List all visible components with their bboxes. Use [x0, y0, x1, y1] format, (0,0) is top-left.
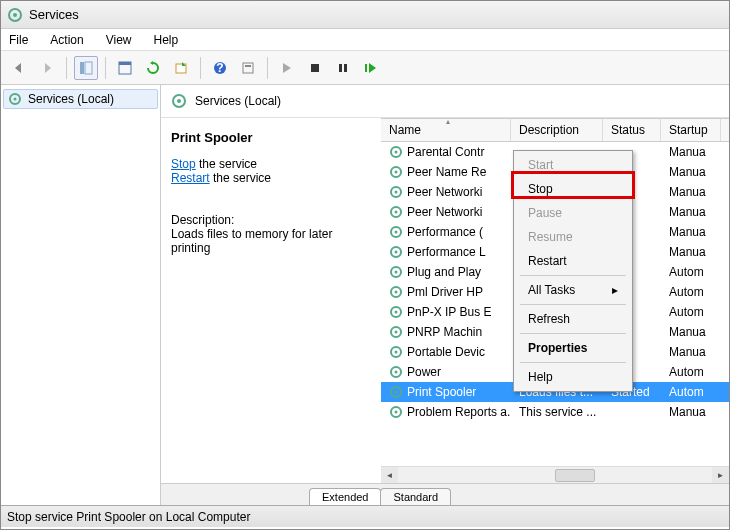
gear-icon: [389, 305, 403, 319]
stop-suffix: the service: [196, 157, 257, 171]
ctx-resume[interactable]: Resume: [516, 225, 630, 249]
svg-rect-12: [339, 64, 342, 72]
svg-rect-13: [344, 64, 347, 72]
description-label: Description:: [171, 213, 371, 227]
pause-service-button[interactable]: [331, 56, 355, 80]
svg-point-22: [395, 171, 398, 174]
cell-name: PNRP Machin: [381, 325, 511, 339]
context-menu: Start Stop Pause Resume Restart All Task…: [513, 150, 633, 392]
detail-pane: Services (Local) Print Spooler Stop the …: [161, 85, 729, 505]
gear-icon: [171, 93, 187, 109]
scroll-right-button[interactable]: ►: [712, 467, 729, 484]
cell-startup: Manua: [661, 205, 721, 219]
col-startup[interactable]: Startup: [661, 119, 721, 141]
ctx-separator: [520, 333, 626, 334]
menu-view[interactable]: View: [102, 31, 136, 49]
tab-extended[interactable]: Extended: [309, 488, 381, 505]
ctx-help[interactable]: Help: [516, 365, 630, 389]
ctx-restart[interactable]: Restart: [516, 249, 630, 273]
ctx-all-tasks[interactable]: All Tasks▸: [516, 278, 630, 302]
svg-point-16: [14, 98, 17, 101]
tree-pane: Services (Local): [1, 85, 161, 505]
scroll-left-button[interactable]: ◄: [381, 467, 398, 484]
svg-point-36: [395, 311, 398, 314]
svg-point-32: [395, 271, 398, 274]
svg-point-28: [395, 231, 398, 234]
status-text: Stop service Print Spooler on Local Comp…: [7, 510, 250, 524]
menu-file[interactable]: File: [5, 31, 32, 49]
cell-name: Peer Networki: [381, 185, 511, 199]
toolbar-separator: [267, 57, 268, 79]
cell-startup: Manua: [661, 345, 721, 359]
properties-button[interactable]: [236, 56, 260, 80]
detail-header-title: Services (Local): [195, 94, 281, 108]
view-tabs: Extended Standard: [161, 483, 729, 505]
toolbar-separator: [105, 57, 106, 79]
ctx-properties[interactable]: Properties: [516, 336, 630, 360]
cell-startup: Manua: [661, 245, 721, 259]
export-list-button[interactable]: [169, 56, 193, 80]
ctx-refresh[interactable]: Refresh: [516, 307, 630, 331]
restart-suffix: the service: [210, 171, 271, 185]
help-button[interactable]: ?: [208, 56, 232, 80]
menu-help[interactable]: Help: [150, 31, 183, 49]
cell-name: Print Spooler: [381, 385, 511, 399]
ctx-separator: [520, 362, 626, 363]
ctx-start[interactable]: Start: [516, 153, 630, 177]
gear-icon: [389, 145, 403, 159]
stop-service-button[interactable]: [303, 56, 327, 80]
description-text: Loads files to memory for later printing: [171, 227, 371, 255]
scroll-thumb[interactable]: [555, 469, 595, 482]
window-title: Services: [29, 7, 79, 22]
gear-icon: [389, 265, 403, 279]
menu-action[interactable]: Action: [46, 31, 87, 49]
svg-point-26: [395, 211, 398, 214]
detail-body: Print Spooler Stop the service Restart t…: [161, 118, 729, 483]
col-description[interactable]: Description: [511, 119, 603, 141]
horizontal-scrollbar[interactable]: ◄ ►: [381, 466, 729, 483]
action-line-stop: Stop the service: [171, 157, 371, 171]
col-name[interactable]: Name: [381, 119, 511, 141]
svg-point-40: [395, 351, 398, 354]
description-block: Description: Loads files to memory for l…: [171, 213, 371, 255]
cell-name: Portable Devic: [381, 345, 511, 359]
tab-standard[interactable]: Standard: [380, 488, 451, 505]
cell-name: Plug and Play: [381, 265, 511, 279]
cell-startup: Manua: [661, 185, 721, 199]
service-row[interactable]: Problem Reports a...This service ...Manu…: [381, 402, 729, 422]
restart-service-link[interactable]: Restart: [171, 171, 210, 185]
cell-name: Problem Reports a...: [381, 405, 511, 419]
col-status[interactable]: Status: [603, 119, 661, 141]
svg-point-20: [395, 151, 398, 154]
cell-startup: Manua: [661, 225, 721, 239]
stop-service-link[interactable]: Stop: [171, 157, 196, 171]
cell-startup: Autom: [661, 285, 721, 299]
toolbar-separator: [66, 57, 67, 79]
selected-service-name: Print Spooler: [171, 130, 371, 145]
start-service-button[interactable]: [275, 56, 299, 80]
refresh-button[interactable]: [141, 56, 165, 80]
show-hide-tree-button[interactable]: [74, 56, 98, 80]
gear-icon: [389, 245, 403, 259]
action-line-restart: Restart the service: [171, 171, 371, 185]
nav-forward-button[interactable]: [35, 56, 59, 80]
svg-point-18: [177, 99, 181, 103]
tree-node-services-local[interactable]: Services (Local): [3, 89, 158, 109]
nav-back-button[interactable]: [7, 56, 31, 80]
ctx-stop[interactable]: Stop: [516, 177, 630, 201]
restart-service-button[interactable]: [359, 56, 383, 80]
cell-startup: Autom: [661, 365, 721, 379]
cell-name: Performance L: [381, 245, 511, 259]
submenu-arrow-icon: ▸: [612, 283, 618, 297]
ctx-all-tasks-label: All Tasks: [528, 283, 575, 297]
ctx-pause[interactable]: Pause: [516, 201, 630, 225]
svg-point-24: [395, 191, 398, 194]
service-info-panel: Print Spooler Stop the service Restart t…: [161, 118, 381, 483]
toolbar: ?: [1, 51, 729, 85]
properties-window-button[interactable]: [113, 56, 137, 80]
services-list: Name Description Status Startup Parental…: [381, 118, 729, 483]
cell-startup: Manua: [661, 325, 721, 339]
svg-rect-5: [119, 62, 131, 65]
cell-startup: Autom: [661, 265, 721, 279]
cell-name: Peer Networki: [381, 205, 511, 219]
